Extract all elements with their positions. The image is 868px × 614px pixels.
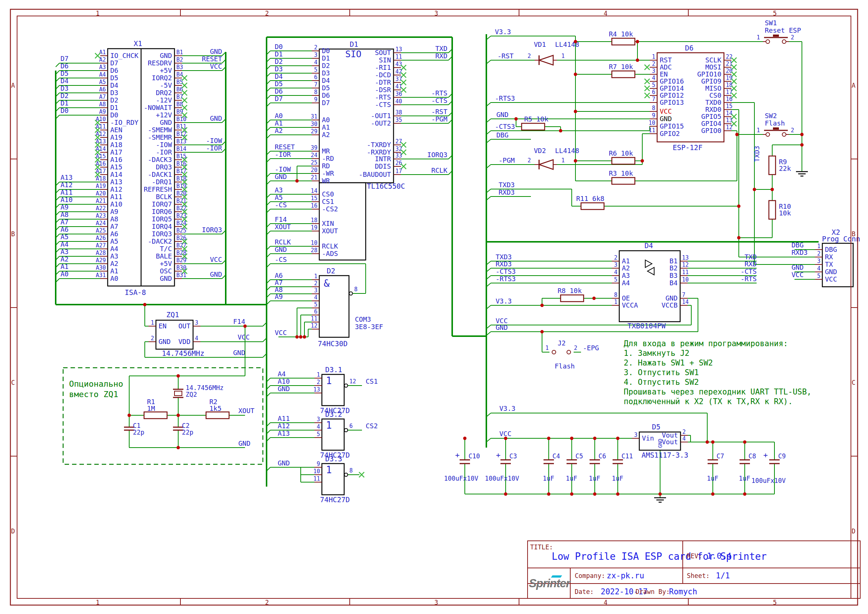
pin-num-B14: B14 <box>176 146 186 152</box>
pin-name-A14: A14 <box>110 171 122 178</box>
net-label-VCC: VCC <box>238 333 250 341</box>
pin-name-A10: A10 <box>110 200 122 208</box>
pin-name-ADC: ADC <box>660 63 672 71</box>
date-label: Date: <box>575 588 594 595</box>
ref-D1: D1 <box>350 40 358 48</box>
pin-name-A6: A6 <box>110 230 118 238</box>
net-label-A9: A9 <box>275 293 283 300</box>
junction-dot <box>659 493 662 496</box>
pin-name-GPIO12: GPIO12 <box>660 92 684 99</box>
net-label--PGM: -PGM <box>499 156 515 164</box>
pin-num-A6: A6 <box>99 86 106 93</box>
programming-notes: Для входа в режим программирования:1. За… <box>624 339 812 406</box>
pin-name-IORQ3: IORQ3 <box>152 230 172 238</box>
net-label-D4: D4 <box>275 72 283 80</box>
net-label-TXD3: TXD3 <box>499 181 515 189</box>
cap-ref-C9: C9 <box>778 452 786 460</box>
cap-ref-C11: C11 <box>622 452 633 460</box>
pin-num-5: 5 <box>314 301 318 308</box>
pin-num-11: 11 <box>649 127 655 134</box>
net-label-A10: A10 <box>278 378 290 385</box>
resistor-value: 10k <box>779 209 791 217</box>
pin-name-RST: RST <box>660 56 672 64</box>
frame-col-4: 4 <box>604 599 608 606</box>
resistor-R5 10k <box>522 123 545 130</box>
resistor-R8 10k <box>561 295 584 302</box>
switch-button <box>773 34 779 37</box>
pin-num-35: 35 <box>395 117 402 123</box>
junction-dot <box>711 440 715 444</box>
net-label-D0: D0 <box>60 107 69 114</box>
junction-dot <box>800 143 804 147</box>
pin-num-B3: B3 <box>176 64 183 71</box>
pin-num-2: 2 <box>791 34 794 41</box>
junction-dot <box>547 437 550 440</box>
resistor-value: 1M <box>147 404 155 412</box>
net-label--RST: -RST <box>431 108 448 115</box>
pin-num-22: 22 <box>726 53 733 60</box>
pin-num-3: 3 <box>317 416 320 423</box>
ref-ZQ1: ZQ1 <box>166 311 179 319</box>
switch-contact <box>782 133 786 136</box>
net-label--IOR: -IOR <box>275 151 291 158</box>
pin-num-6: 6 <box>314 74 318 81</box>
pin-name--SMEMW: -SMEMW <box>148 126 172 134</box>
net-label--IOW: -IOW <box>275 165 291 173</box>
pin-name-GPIO14: GPIO14 <box>660 84 684 92</box>
cap-ref-C2: C2 <box>182 422 189 429</box>
pin-name-EN: EN <box>660 70 668 78</box>
pin-name--DTR: -DTR <box>375 78 391 86</box>
net-label-RESET: RESET <box>275 143 295 151</box>
pin-name--IOW: -IOW <box>156 141 172 149</box>
net-label-IORQ3: IORQ3 <box>427 151 447 159</box>
pin-num-5: 5 <box>614 276 617 283</box>
net-label-A5: A5 <box>275 194 283 201</box>
net-label-V3.3: V3.3 <box>495 28 511 36</box>
resistor-value: 1k5 <box>209 404 222 412</box>
note-line-6: Прошивать через переходник UART TTL-USB, <box>624 387 812 397</box>
net-label--CS: -CS <box>275 201 287 209</box>
pin-name--IOR: -IOR <box>156 148 172 156</box>
pin-num-A9: A9 <box>99 109 106 115</box>
pin-num-A22: A22 <box>96 205 106 212</box>
junction-dot <box>737 236 741 239</box>
ic-body-D3.3 <box>322 463 344 495</box>
pin-num-B5: B5 <box>176 79 183 85</box>
gate-out-bubble <box>344 384 348 387</box>
frame-col-3: 3 <box>434 599 438 606</box>
junction-dot <box>299 336 302 339</box>
cap-ref-C10: C10 <box>468 452 480 460</box>
net-label--IOW: -IOW <box>206 137 222 145</box>
resistor-R2 <box>206 412 229 419</box>
pin-name-TX: TX <box>825 260 833 268</box>
jumper-value: Flash <box>555 362 575 370</box>
pin-num-1: 1 <box>756 127 760 134</box>
pin-name-T/C: T/C <box>160 245 172 253</box>
pin-name--OUT1: -OUT1 <box>371 112 391 120</box>
pin-num-B4: B4 <box>176 72 183 78</box>
pin-num-2: 2 <box>614 255 617 261</box>
pin-name-D5: D5 <box>322 84 330 92</box>
junction-dot <box>574 73 577 76</box>
net-label--RTS3: -RTS3 <box>495 94 515 102</box>
gate-out-bubble <box>344 473 348 477</box>
pin-num-1: 1 <box>614 298 617 305</box>
pin-name-IORQ6: IORQ6 <box>152 208 172 215</box>
pin-name-A2: A2 <box>322 131 330 138</box>
pin-name-+12V: +12V <box>156 111 172 119</box>
pin-num-2: 2 <box>317 379 320 385</box>
pin-name-RD: RD <box>322 162 330 170</box>
value-D6: ESP-12F <box>673 143 702 152</box>
pin-num-8: 8 <box>349 467 353 474</box>
pin-name-AEN: AEN <box>110 126 122 134</box>
frame-row-A: A <box>852 82 856 89</box>
pin-name-OE: OE <box>622 294 630 302</box>
net-label-A10: A10 <box>60 196 73 204</box>
pin-name-D3: D3 <box>322 69 330 77</box>
pin-num-5: 5 <box>314 67 318 73</box>
pin-num-A8: A8 <box>99 101 106 108</box>
pin-num-B13: B13 <box>176 138 186 145</box>
pin-num-38: 38 <box>395 109 402 116</box>
net-label-RXD3: RXD3 <box>499 188 515 196</box>
pin-num-33: 33 <box>395 152 402 159</box>
